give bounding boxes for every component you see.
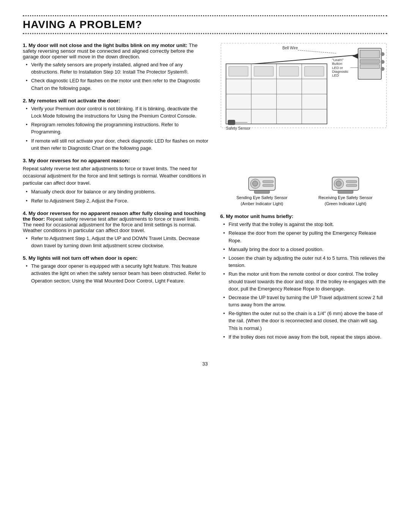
list-item: Release the door from the opener by pull… — [223, 229, 387, 244]
section-5-title: 5. My lights will not turn off when door… — [23, 255, 209, 261]
svg-rect-27 — [279, 66, 299, 76]
list-item: The garage door opener is equipped with … — [26, 262, 209, 284]
list-item: Verify your Premium door control is not … — [26, 105, 209, 119]
section-2-bullets: Verify your Premium door control is not … — [26, 105, 209, 152]
svg-rect-6 — [360, 60, 379, 63]
section-5-bullets: The garage door opener is equipped with … — [26, 262, 209, 284]
section-4-title: 4. My door reverses for no apparent reas… — [23, 210, 209, 233]
section-4-bullets: Refer to Adjustment Step 1, Adjust the U… — [26, 235, 209, 249]
list-item: First verify that the trolley is against… — [223, 221, 387, 228]
page-title: HAVING A PROBLEM? — [23, 15, 387, 34]
svg-rect-28 — [304, 66, 324, 76]
svg-point-8 — [381, 52, 385, 56]
svg-marker-11 — [352, 53, 358, 59]
list-item: Decrease the UP travel by turning the UP… — [223, 294, 387, 308]
section-5: 5. My lights will not turn off when door… — [23, 255, 209, 284]
svg-rect-37 — [254, 190, 270, 193]
svg-rect-43 — [338, 190, 353, 193]
svg-line-3 — [298, 50, 337, 53]
section-4: 4. My door reverses for no apparent reas… — [23, 210, 209, 249]
sending-eye-label: Sending Eye Safety Sensor(Amber Indicato… — [224, 195, 300, 207]
section-1: 1. My door will not close and the light … — [23, 42, 209, 92]
section-3: 3. My door reverses for no apparent reas… — [23, 158, 209, 204]
receiving-eye-svg — [330, 171, 361, 194]
svg-rect-42 — [346, 184, 357, 187]
svg-text:Button: Button — [332, 62, 342, 66]
svg-point-40 — [336, 181, 341, 186]
section-2: 2. My remotes will not activate the door… — [23, 98, 209, 152]
svg-rect-30 — [228, 120, 235, 125]
svg-rect-35 — [263, 180, 273, 183]
sending-eye-sensor: Sending Eye Safety Sensor(Amber Indicato… — [224, 171, 300, 207]
list-item: Refer to Adjustment Step 1, Adjust the U… — [26, 235, 209, 249]
svg-point-34 — [252, 181, 258, 186]
section-6: 6. My motor unit hums briefly: First ver… — [220, 213, 387, 341]
diagram-container: Bell Wire "Learn" Button LED or Diagnost… — [220, 42, 387, 207]
sending-eye-svg — [247, 171, 277, 194]
svg-rect-26 — [254, 66, 273, 76]
list-item: Manually check door for balance or any b… — [26, 188, 209, 195]
receiving-eye-sensor: Receiving Eye Safety Sensor(Green Indica… — [308, 171, 383, 207]
list-item: If remote will still not activate your d… — [26, 137, 209, 152]
svg-rect-7 — [360, 64, 379, 68]
section-1-title: 1. My door will not close and the light … — [23, 42, 209, 60]
svg-text:Diagnostic: Diagnostic — [332, 70, 348, 74]
svg-rect-25 — [229, 66, 248, 76]
list-item: Loosen the chain by adjusting the outer … — [223, 254, 387, 269]
right-column: Bell Wire "Learn" Button LED or Diagnost… — [220, 42, 387, 346]
sensor-row: Sending Eye Safety Sensor(Amber Indicato… — [220, 171, 387, 207]
receiving-eye-label: Receiving Eye Safety Sensor(Green Indica… — [308, 195, 383, 207]
section-6-bullets: First verify that the trolley is against… — [223, 221, 387, 341]
section-3-title: 3. My door reverses for no apparent reas… — [23, 158, 209, 163]
list-item: Verify the safety sensors are properly i… — [26, 61, 209, 75]
svg-rect-41 — [346, 180, 357, 183]
list-item: Manually bring the door to a closed posi… — [223, 246, 387, 253]
svg-point-9 — [381, 60, 385, 64]
list-item: If the trolley does not move away from t… — [223, 333, 387, 341]
list-item: Run the motor unit from the remote contr… — [223, 270, 387, 292]
svg-text:Bell Wire: Bell Wire — [282, 46, 298, 50]
svg-text:Safety Sensor: Safety Sensor — [226, 126, 251, 130]
svg-text:LED: LED — [332, 74, 339, 77]
left-column: 1. My door will not close and the light … — [23, 42, 209, 346]
svg-rect-36 — [263, 184, 273, 187]
list-item: Refer to Adjustment Step 2, Adjust the F… — [26, 197, 209, 204]
list-item: Re-tighten the outer nut so the chain is… — [223, 310, 387, 332]
list-item: Check diagnostic LED for flashes on the … — [26, 77, 209, 91]
section-3-bullets: Manually check door for balance or any b… — [26, 188, 209, 204]
section-3-body: Repeat safety reverse test after adjustm… — [23, 165, 209, 187]
page-number: 33 — [23, 361, 387, 367]
section-2-title: 2. My remotes will not activate the door… — [23, 98, 209, 104]
svg-point-10 — [381, 67, 385, 71]
list-item: Reprogram remotes following the programm… — [26, 121, 209, 135]
svg-text:LED or: LED or — [332, 66, 343, 70]
svg-text:"Learn": "Learn" — [332, 58, 344, 62]
svg-rect-5 — [360, 50, 379, 58]
garage-diagram: Bell Wire "Learn" Button LED or Diagnost… — [220, 42, 387, 166]
section-1-bullets: Verify the safety sensors are properly i… — [26, 61, 209, 92]
section-6-title: 6. My motor unit hums briefly: — [220, 213, 387, 219]
